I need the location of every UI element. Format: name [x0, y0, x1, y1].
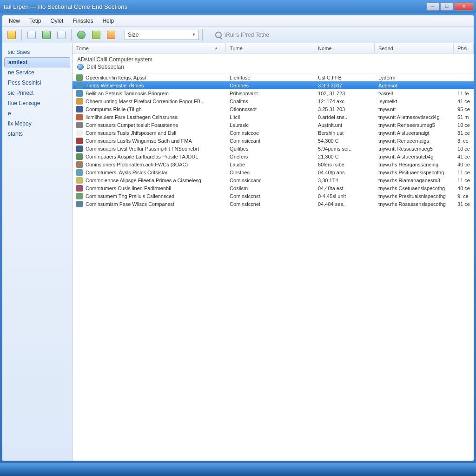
row-icon [76, 82, 83, 89]
row-icon [76, 145, 83, 152]
menu-help[interactable]: Help [98, 16, 119, 26]
sidebar-item[interactable]: stants [2, 129, 72, 139]
minimize-button[interactable]: ─ [426, 2, 439, 11]
toolbar-page-button[interactable] [25, 28, 38, 41]
menu-tetip[interactable]: Tetip [25, 16, 46, 26]
row-ph: 11 ce [454, 178, 474, 183]
search-icon [215, 32, 222, 38]
sidebar-item[interactable]: sic Prinect [2, 88, 72, 98]
row-sednd: tyisrelt [375, 91, 454, 96]
sidebar-item[interactable]: sic Sises [2, 47, 72, 57]
table-row[interactable]: Cominsuaers Livsl Vrolfur Psusmpihit FNS… [73, 145, 474, 152]
row-name: Cominsuaers Livsl Vrolfur Psusmpihit FNS… [86, 146, 199, 152]
row-ph: 10 ce [454, 146, 474, 152]
menu-oylet[interactable]: Oylet [46, 16, 68, 26]
sidebar-item[interactable]: Pess Sosinisi [2, 78, 72, 88]
bin-icon [92, 31, 100, 39]
row-sednd: tnyw.ntt Alstueersutcb4g [375, 154, 454, 159]
os-taskbar[interactable] [0, 463, 476, 476]
row-name: Commtumers Cusis lined Padirmenbil [86, 185, 171, 191]
col-nome[interactable]: Nome [314, 43, 375, 53]
table-row[interactable]: Commniennse Alipsge Fileetla Primes a Ci… [73, 176, 474, 184]
row-icon [76, 201, 83, 207]
row-name: Opeenikiorifin ltergs, Apssl [86, 75, 146, 80]
row-sednd: tnyw.rhs Resrganssaneing [375, 162, 454, 167]
breadcrumb-line1: ADstail Calil Computer system [77, 56, 469, 63]
table-row[interactable]: ilcmilhsuiers Fare Lasthegen CsihsrunsaL… [73, 113, 474, 121]
row-icon [76, 98, 83, 105]
col-ph[interactable]: Phsi [454, 43, 474, 53]
row-tume: Otionncssot [226, 106, 314, 112]
toolbar-separator [71, 29, 72, 40]
close-button[interactable]: ✕ [454, 2, 474, 11]
row-icon [76, 130, 83, 136]
toolbar-image-button[interactable] [40, 28, 53, 41]
row-sednd: Adensol [375, 83, 454, 88]
row-nome: Usl C.FFB [314, 75, 375, 80]
chevron-down-icon: ▼ [192, 33, 196, 37]
sidebar-item[interactable]: Ifue Eenisige [2, 98, 72, 108]
table-row[interactable]: Cominsuaers Lusfts Wingumse Sadh and FMA… [73, 137, 474, 145]
menu-finssles[interactable]: Finssles [68, 16, 98, 26]
row-name: Cominsuaers Cumpet tosluit Foaustenne [86, 122, 178, 128]
toolbar-search[interactable]: \Ruirs IPred Tetne [215, 32, 269, 38]
row-name: Cominsuaers Tusls Jhifsposem and Dsll [86, 130, 176, 136]
table-row[interactable]: Commtumers Cusis lined PadirmenbilCoslis… [73, 184, 474, 192]
sidebar-item[interactable]: e [2, 108, 72, 119]
row-name: Conmpums Risile (Tll-gh [86, 106, 141, 112]
table-row[interactable]: Bellit an Setanis TamInosis PringremPrib… [73, 89, 474, 97]
row-tume: Cominsiccnst [226, 193, 314, 199]
row-nome: 60lers rsibe [314, 162, 375, 167]
row-name: Cominsuaers Lusfts Wingumse Sadh and FMA [86, 138, 192, 144]
row-ph: 51 m [454, 114, 474, 120]
sidebar-item[interactable]: amilext [4, 57, 70, 67]
row-tume: Cominsiccanc [226, 178, 314, 183]
row-tume: Leursslc [226, 122, 314, 128]
row-tume: Quifibes [226, 146, 314, 152]
toolbar-folder-button[interactable] [5, 28, 18, 41]
row-sednd: Lyderm [375, 75, 454, 80]
row-name: Commniennse Alipsge Fileetla Primes a Ci… [86, 178, 201, 183]
table-row[interactable]: Conmpums Risile (Tll-ghOtionncssot3.25 3… [73, 105, 474, 113]
maximize-button[interactable]: ☐ [440, 2, 453, 11]
row-tume: Cominsiccant [226, 138, 314, 144]
table-row[interactable]: Cominsuaers Tusls Jhifsposem and DsllCom… [73, 129, 474, 137]
row-ph: 40 ce [454, 185, 474, 191]
table-row[interactable]: Commtumers. Aysls Rislcs CrifsistarCinst… [73, 168, 474, 176]
row-nome: 54,300 C [314, 138, 375, 144]
toolbar-refresh-button[interactable] [75, 28, 88, 41]
row-tume: Cominsiccoe [226, 130, 314, 136]
menu-new[interactable]: New [4, 16, 25, 26]
col-tume[interactable]: Tume [226, 43, 314, 53]
row-nome: Austnit.unt [314, 122, 375, 128]
toolbar-stack-button[interactable] [105, 28, 118, 41]
table-row[interactable]: Cominsumism Fese Wilscs CompansstCominsi… [73, 200, 474, 208]
toolbar-page2-button[interactable] [55, 28, 68, 41]
row-icon [76, 185, 83, 192]
toolbar-size-select[interactable]: Size ▼ [125, 30, 199, 40]
row-sednd: Isymelkt [375, 99, 454, 104]
table-row[interactable]: Tintas WetxPastle 7NhiesCemnes3.3:3 3007… [73, 81, 474, 89]
table-row[interactable]: Coninsioners Pfolonatlem.ach FWCs (3OAC)… [73, 160, 474, 168]
col-tome[interactable]: Tome▲ [73, 43, 226, 53]
toolbar-bin-button[interactable] [90, 28, 103, 41]
image-icon [42, 31, 51, 39]
table-row[interactable]: Cominsumem Tng Prsiluis CsilennscedComin… [73, 192, 474, 200]
table-row[interactable]: Ohnemlunting Masst Pirefost Correnition … [73, 97, 474, 105]
row-tume: Coslism [226, 185, 314, 191]
table-row[interactable]: Cominsuaers Cumpet tosluit FoaustenneLeu… [73, 121, 474, 129]
row-icon [76, 177, 83, 184]
row-nome: 102,.31 723 [314, 91, 375, 96]
table-row[interactable]: Commpaaers Aospile Larlbarelas Prosile T… [73, 152, 474, 160]
globe-icon [77, 64, 84, 70]
sidebar-item[interactable]: ne Service. [2, 67, 72, 78]
sidebar-item[interactable]: lix Mepoy [2, 119, 72, 129]
row-icon [76, 90, 83, 97]
row-name: Bellit an Setanis TamInosis Pringrem [86, 91, 169, 96]
table-row[interactable]: Opeenikiorifin ltergs, ApsslLienrloseUsl… [73, 73, 474, 81]
row-name: Tintas WetxPastle 7Nhies [86, 83, 144, 88]
row-ph: 31 ce [454, 130, 474, 136]
item-list[interactable]: Opeenikiorifin ltergs, ApsslLienrloseUsl… [73, 73, 474, 461]
row-tume: Lauibe [226, 162, 314, 167]
col-sednd[interactable]: Sednd [375, 43, 454, 53]
